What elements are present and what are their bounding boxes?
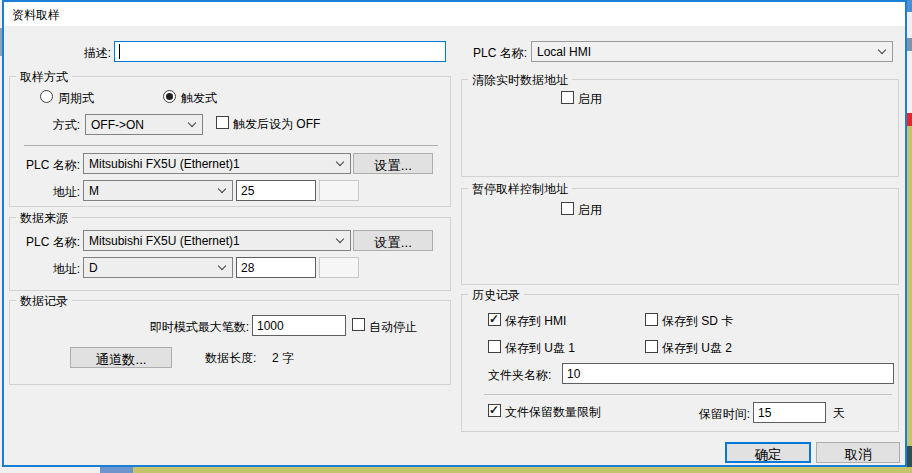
chevron-down-icon [336, 235, 344, 243]
auto-stop-label: 自动停止 [369, 320, 417, 334]
chevron-down-icon [878, 46, 886, 54]
max-records-label: 即时模式最大笔数: [99, 320, 249, 334]
source-address-type-select[interactable]: D [83, 257, 233, 278]
save-hmi-checkbox[interactable] [488, 313, 501, 326]
channels-button[interactable]: 通道数... [70, 347, 172, 368]
trigger-plc-value: Mitsubishi FX5U (Ethernet)1 [89, 157, 240, 171]
periodic-radio-label: 周期式 [58, 91, 94, 105]
divider [24, 145, 438, 146]
save-hmi-label: 保存到 HMI [505, 314, 566, 328]
group-pause-sampling-label: 暂停取样控制地址 [468, 181, 572, 198]
source-address-extra-box [319, 257, 359, 278]
group-clear-realtime-label: 清除实时数据地址 [468, 72, 572, 89]
data-sampling-dialog: 资料取样 描述: PLC 名称: Local HMI 取样方式 周期式 触发式 … [2, 0, 907, 467]
background-fragment-bottom-blue [100, 467, 133, 473]
pause-sampling-enable-checkbox[interactable] [561, 202, 574, 215]
trigger-address-input[interactable] [236, 180, 316, 201]
trigger-address-type-select[interactable]: M [83, 180, 233, 201]
background-fragment-bottom-olive [133, 467, 912, 473]
source-address-type-value: D [89, 261, 98, 275]
group-data-record: 数据记录 [9, 300, 451, 385]
chevron-down-icon [336, 158, 344, 166]
group-data-source: 数据来源 [9, 217, 451, 291]
source-plc-select[interactable]: Mitsubishi FX5U (Ethernet)1 [83, 230, 351, 251]
source-address-input[interactable] [236, 257, 316, 278]
file-limit-checkbox[interactable] [488, 404, 501, 417]
save-usb1-label: 保存到 U盘 1 [505, 341, 575, 355]
retention-label: 保留时间: [688, 407, 750, 421]
data-length-value: 2 字 [272, 351, 294, 365]
background-fragment-right-red [907, 113, 912, 126]
clear-realtime-enable-label: 启用 [578, 92, 602, 106]
folder-name-input[interactable] [562, 363, 894, 384]
group-clear-realtime: 清除实时数据地址 [461, 79, 899, 177]
data-length-label: 数据长度: [205, 351, 256, 365]
pause-sampling-enable-label: 启用 [578, 203, 602, 217]
max-records-input[interactable] [252, 315, 346, 336]
save-sd-checkbox[interactable] [645, 313, 658, 326]
chevron-down-icon [218, 185, 226, 193]
plc-name-value: Local HMI [537, 45, 591, 59]
source-plc-label: PLC 名称: [18, 235, 80, 249]
description-input[interactable] [114, 41, 446, 62]
clear-realtime-enable-checkbox[interactable] [561, 91, 574, 104]
mode-label: 方式: [32, 118, 80, 132]
mode-select[interactable]: OFF->ON [85, 114, 203, 135]
trigger-plc-label: PLC 名称: [18, 158, 80, 172]
source-plc-value: Mitsubishi FX5U (Ethernet)1 [89, 234, 240, 248]
trigger-address-label: 地址: [32, 185, 80, 199]
dialog-title: 资料取样 [12, 7, 60, 24]
save-usb1-checkbox[interactable] [488, 340, 501, 353]
background-fragment-right-olive [907, 126, 912, 446]
source-settings-button[interactable]: 设置... [353, 230, 433, 251]
group-pause-sampling: 暂停取样控制地址 [461, 188, 899, 285]
triggered-radio[interactable] [163, 90, 176, 103]
save-sd-label: 保存到 SD 卡 [662, 314, 733, 328]
folder-name-label: 文件夹名称: [488, 368, 551, 382]
auto-stop-checkbox[interactable] [352, 318, 365, 331]
source-address-label: 地址: [32, 262, 80, 276]
background-fragment-right-slate [907, 38, 912, 51]
chevron-down-icon [188, 119, 196, 127]
after-trigger-checkbox[interactable] [216, 116, 229, 129]
trigger-address-extra-box [319, 180, 359, 201]
group-sampling-mode-label: 取样方式 [16, 69, 72, 86]
ok-button[interactable]: 确定 [725, 442, 811, 463]
save-usb2-label: 保存到 U盘 2 [662, 341, 732, 355]
text-caret [119, 44, 120, 59]
plc-name-select[interactable]: Local HMI [531, 41, 893, 62]
plc-name-label: PLC 名称: [449, 46, 527, 60]
triggered-radio-label: 触发式 [181, 91, 217, 105]
retention-unit-label: 天 [833, 406, 845, 420]
divider [484, 394, 892, 395]
group-history-label: 历史记录 [468, 287, 524, 304]
description-label: 描述: [41, 46, 111, 60]
trigger-settings-button[interactable]: 设置... [353, 153, 433, 174]
periodic-radio[interactable] [40, 90, 53, 103]
mode-value: OFF->ON [91, 118, 144, 132]
chevron-down-icon [218, 262, 226, 270]
trigger-address-type-value: M [89, 184, 99, 198]
after-trigger-label: 触发后设为 OFF [233, 117, 320, 131]
cancel-button[interactable]: 取消 [816, 442, 900, 463]
background-fragment-right-blue [907, 0, 912, 12]
file-limit-label: 文件保留数量限制 [505, 405, 601, 419]
group-data-record-label: 数据记录 [16, 293, 72, 310]
group-data-source-label: 数据来源 [16, 210, 72, 227]
titlebar[interactable]: 资料取样 [4, 2, 905, 26]
retention-input[interactable] [753, 402, 826, 423]
save-usb2-checkbox[interactable] [645, 340, 658, 353]
trigger-plc-select[interactable]: Mitsubishi FX5U (Ethernet)1 [83, 153, 351, 174]
